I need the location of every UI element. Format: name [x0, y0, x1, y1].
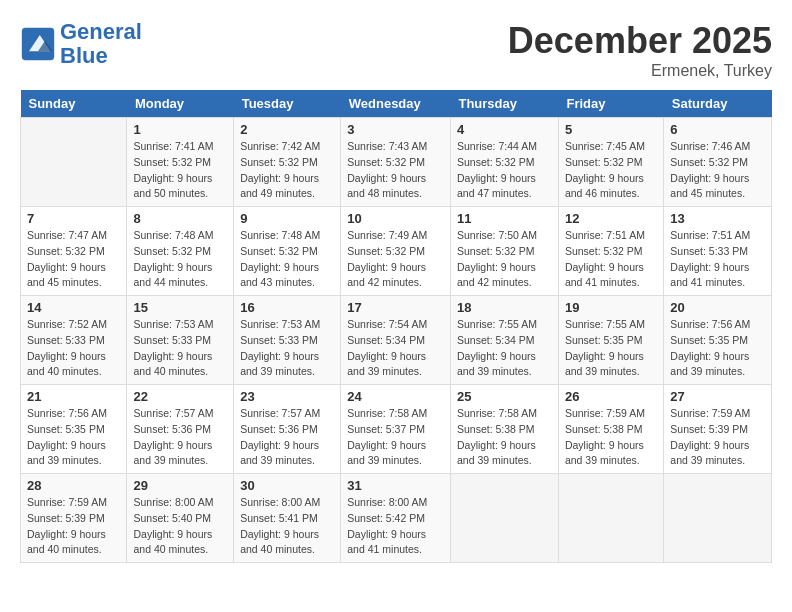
calendar-cell: [21, 118, 127, 207]
day-number: 12: [565, 211, 657, 226]
day-number: 8: [133, 211, 227, 226]
day-info: Sunrise: 7:48 AMSunset: 5:32 PMDaylight:…: [133, 228, 227, 291]
calendar-cell: 20Sunrise: 7:56 AMSunset: 5:35 PMDayligh…: [664, 296, 772, 385]
day-number: 13: [670, 211, 765, 226]
calendar-cell: 23Sunrise: 7:57 AMSunset: 5:36 PMDayligh…: [234, 385, 341, 474]
day-number: 15: [133, 300, 227, 315]
logo-blue: Blue: [60, 43, 108, 68]
calendar-day-header: Monday: [127, 90, 234, 118]
day-info: Sunrise: 7:59 AMSunset: 5:38 PMDaylight:…: [565, 406, 657, 469]
day-number: 17: [347, 300, 444, 315]
day-info: Sunrise: 7:59 AMSunset: 5:39 PMDaylight:…: [27, 495, 120, 558]
calendar-cell: 1Sunrise: 7:41 AMSunset: 5:32 PMDaylight…: [127, 118, 234, 207]
calendar-cell: 21Sunrise: 7:56 AMSunset: 5:35 PMDayligh…: [21, 385, 127, 474]
day-info: Sunrise: 7:51 AMSunset: 5:32 PMDaylight:…: [565, 228, 657, 291]
calendar-cell: [558, 474, 663, 563]
day-number: 11: [457, 211, 552, 226]
day-number: 6: [670, 122, 765, 137]
day-number: 7: [27, 211, 120, 226]
day-info: Sunrise: 7:55 AMSunset: 5:35 PMDaylight:…: [565, 317, 657, 380]
calendar-cell: 30Sunrise: 8:00 AMSunset: 5:41 PMDayligh…: [234, 474, 341, 563]
day-info: Sunrise: 7:59 AMSunset: 5:39 PMDaylight:…: [670, 406, 765, 469]
calendar-cell: 11Sunrise: 7:50 AMSunset: 5:32 PMDayligh…: [450, 207, 558, 296]
day-number: 26: [565, 389, 657, 404]
day-info: Sunrise: 7:57 AMSunset: 5:36 PMDaylight:…: [240, 406, 334, 469]
calendar-cell: 16Sunrise: 7:53 AMSunset: 5:33 PMDayligh…: [234, 296, 341, 385]
day-info: Sunrise: 7:55 AMSunset: 5:34 PMDaylight:…: [457, 317, 552, 380]
day-info: Sunrise: 7:58 AMSunset: 5:38 PMDaylight:…: [457, 406, 552, 469]
day-number: 1: [133, 122, 227, 137]
calendar-day-header: Saturday: [664, 90, 772, 118]
calendar-header-row: SundayMondayTuesdayWednesdayThursdayFrid…: [21, 90, 772, 118]
calendar-week-row: 28Sunrise: 7:59 AMSunset: 5:39 PMDayligh…: [21, 474, 772, 563]
calendar-cell: 7Sunrise: 7:47 AMSunset: 5:32 PMDaylight…: [21, 207, 127, 296]
logo-icon: [20, 26, 56, 62]
location-subtitle: Ermenek, Turkey: [508, 62, 772, 80]
day-number: 5: [565, 122, 657, 137]
day-number: 30: [240, 478, 334, 493]
day-info: Sunrise: 7:49 AMSunset: 5:32 PMDaylight:…: [347, 228, 444, 291]
day-number: 2: [240, 122, 334, 137]
day-info: Sunrise: 7:43 AMSunset: 5:32 PMDaylight:…: [347, 139, 444, 202]
day-number: 14: [27, 300, 120, 315]
day-number: 22: [133, 389, 227, 404]
page-header: General Blue December 2025 Ermenek, Turk…: [20, 20, 772, 80]
logo: General Blue: [20, 20, 142, 68]
calendar-cell: 27Sunrise: 7:59 AMSunset: 5:39 PMDayligh…: [664, 385, 772, 474]
calendar-cell: 18Sunrise: 7:55 AMSunset: 5:34 PMDayligh…: [450, 296, 558, 385]
day-info: Sunrise: 7:51 AMSunset: 5:33 PMDaylight:…: [670, 228, 765, 291]
calendar-week-row: 21Sunrise: 7:56 AMSunset: 5:35 PMDayligh…: [21, 385, 772, 474]
calendar-cell: 31Sunrise: 8:00 AMSunset: 5:42 PMDayligh…: [341, 474, 451, 563]
day-info: Sunrise: 7:42 AMSunset: 5:32 PMDaylight:…: [240, 139, 334, 202]
calendar-table: SundayMondayTuesdayWednesdayThursdayFrid…: [20, 90, 772, 563]
day-info: Sunrise: 7:47 AMSunset: 5:32 PMDaylight:…: [27, 228, 120, 291]
day-info: Sunrise: 7:56 AMSunset: 5:35 PMDaylight:…: [670, 317, 765, 380]
day-info: Sunrise: 7:46 AMSunset: 5:32 PMDaylight:…: [670, 139, 765, 202]
calendar-day-header: Sunday: [21, 90, 127, 118]
calendar-cell: 2Sunrise: 7:42 AMSunset: 5:32 PMDaylight…: [234, 118, 341, 207]
calendar-cell: 25Sunrise: 7:58 AMSunset: 5:38 PMDayligh…: [450, 385, 558, 474]
day-info: Sunrise: 7:50 AMSunset: 5:32 PMDaylight:…: [457, 228, 552, 291]
day-info: Sunrise: 8:00 AMSunset: 5:42 PMDaylight:…: [347, 495, 444, 558]
calendar-cell: 17Sunrise: 7:54 AMSunset: 5:34 PMDayligh…: [341, 296, 451, 385]
day-number: 27: [670, 389, 765, 404]
day-info: Sunrise: 7:57 AMSunset: 5:36 PMDaylight:…: [133, 406, 227, 469]
calendar-cell: [664, 474, 772, 563]
day-number: 29: [133, 478, 227, 493]
calendar-cell: [450, 474, 558, 563]
calendar-week-row: 14Sunrise: 7:52 AMSunset: 5:33 PMDayligh…: [21, 296, 772, 385]
day-info: Sunrise: 8:00 AMSunset: 5:41 PMDaylight:…: [240, 495, 334, 558]
calendar-cell: 14Sunrise: 7:52 AMSunset: 5:33 PMDayligh…: [21, 296, 127, 385]
calendar-cell: 13Sunrise: 7:51 AMSunset: 5:33 PMDayligh…: [664, 207, 772, 296]
day-number: 31: [347, 478, 444, 493]
day-info: Sunrise: 7:52 AMSunset: 5:33 PMDaylight:…: [27, 317, 120, 380]
calendar-cell: 22Sunrise: 7:57 AMSunset: 5:36 PMDayligh…: [127, 385, 234, 474]
day-info: Sunrise: 7:44 AMSunset: 5:32 PMDaylight:…: [457, 139, 552, 202]
calendar-cell: 26Sunrise: 7:59 AMSunset: 5:38 PMDayligh…: [558, 385, 663, 474]
day-number: 10: [347, 211, 444, 226]
calendar-cell: 5Sunrise: 7:45 AMSunset: 5:32 PMDaylight…: [558, 118, 663, 207]
calendar-week-row: 1Sunrise: 7:41 AMSunset: 5:32 PMDaylight…: [21, 118, 772, 207]
calendar-day-header: Tuesday: [234, 90, 341, 118]
calendar-cell: 28Sunrise: 7:59 AMSunset: 5:39 PMDayligh…: [21, 474, 127, 563]
day-number: 19: [565, 300, 657, 315]
calendar-day-header: Wednesday: [341, 90, 451, 118]
day-number: 20: [670, 300, 765, 315]
month-title: December 2025: [508, 20, 772, 62]
day-info: Sunrise: 7:48 AMSunset: 5:32 PMDaylight:…: [240, 228, 334, 291]
calendar-cell: 9Sunrise: 7:48 AMSunset: 5:32 PMDaylight…: [234, 207, 341, 296]
calendar-cell: 6Sunrise: 7:46 AMSunset: 5:32 PMDaylight…: [664, 118, 772, 207]
calendar-cell: 12Sunrise: 7:51 AMSunset: 5:32 PMDayligh…: [558, 207, 663, 296]
logo-general: General: [60, 19, 142, 44]
day-number: 18: [457, 300, 552, 315]
day-info: Sunrise: 7:56 AMSunset: 5:35 PMDaylight:…: [27, 406, 120, 469]
day-info: Sunrise: 7:54 AMSunset: 5:34 PMDaylight:…: [347, 317, 444, 380]
day-number: 24: [347, 389, 444, 404]
day-number: 25: [457, 389, 552, 404]
calendar-day-header: Friday: [558, 90, 663, 118]
day-info: Sunrise: 7:41 AMSunset: 5:32 PMDaylight:…: [133, 139, 227, 202]
calendar-cell: 29Sunrise: 8:00 AMSunset: 5:40 PMDayligh…: [127, 474, 234, 563]
day-number: 21: [27, 389, 120, 404]
day-number: 3: [347, 122, 444, 137]
day-info: Sunrise: 7:45 AMSunset: 5:32 PMDaylight:…: [565, 139, 657, 202]
